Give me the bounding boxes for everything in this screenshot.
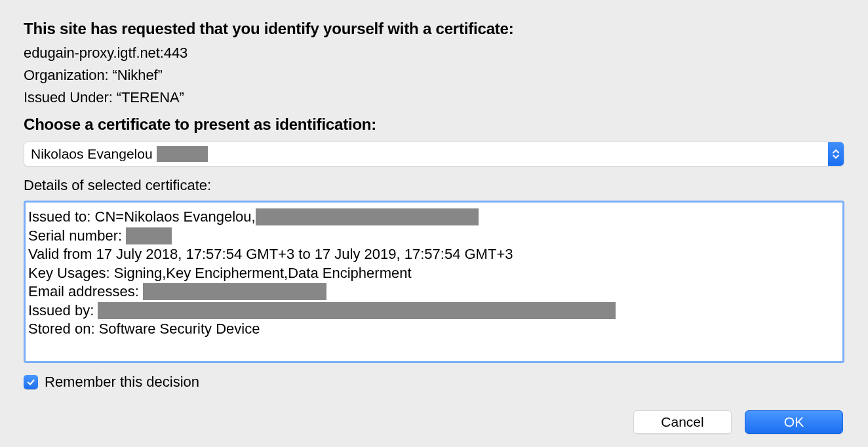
- detail-issued-to: Issued to: CN=Nikolaos Evangelou,: [28, 208, 840, 227]
- choose-certificate-label: Choose a certificate to present as ident…: [24, 115, 844, 134]
- detail-key-usages: Key Usages: Signing,Key Encipherment,Dat…: [28, 264, 840, 283]
- detail-serial: Serial number:: [28, 227, 840, 246]
- dialog-title: This site has requested that you identif…: [24, 20, 844, 38]
- detail-text: Issued to: CN=Nikolaos Evangelou,: [28, 208, 256, 227]
- cancel-button[interactable]: Cancel: [633, 410, 732, 434]
- detail-text: Serial number:: [28, 227, 122, 246]
- detail-text: Stored on: Software Security Device: [28, 320, 260, 339]
- detail-valid: Valid from 17 July 2018, 17:57:54 GMT+3 …: [28, 245, 840, 264]
- redacted-block: [143, 283, 326, 300]
- certificate-identify-dialog: This site has requested that you identif…: [0, 0, 868, 447]
- certificate-select[interactable]: Nikolaos Evangelou: [24, 142, 844, 166]
- redacted-block: [126, 227, 172, 244]
- detail-text: Email addresses:: [28, 282, 139, 301]
- redacted-block: [256, 208, 479, 225]
- remember-decision-label: Remember this decision: [45, 374, 199, 391]
- remember-decision-row: Remember this decision: [24, 374, 844, 391]
- site-host: edugain-proxy.igtf.net:443: [24, 45, 844, 62]
- detail-issued-by: Issued by:: [28, 301, 840, 321]
- detail-text: Key Usages: Signing,Key Encipherment,Dat…: [28, 264, 412, 283]
- dialog-buttons: Cancel OK: [24, 410, 844, 434]
- site-organization: Organization: “Nikhef”: [24, 67, 844, 84]
- ok-button[interactable]: OK: [745, 410, 843, 434]
- detail-email: Email addresses:: [28, 282, 840, 301]
- details-label: Details of selected certificate:: [24, 177, 844, 194]
- issued-under: Issued Under: “TERENA”: [24, 89, 844, 106]
- redacted-block: [98, 302, 616, 319]
- remember-decision-checkbox[interactable]: [24, 375, 38, 389]
- certificate-select-value: Nikolaos Evangelou: [24, 142, 828, 166]
- detail-text: Issued by:: [28, 301, 94, 321]
- certificate-name: Nikolaos Evangelou: [31, 146, 153, 162]
- detail-text: Valid from 17 July 2018, 17:57:54 GMT+3 …: [28, 245, 513, 264]
- updown-arrows-icon: [828, 142, 844, 166]
- certificate-details-box[interactable]: Issued to: CN=Nikolaos Evangelou, Serial…: [24, 201, 844, 363]
- detail-stored-on: Stored on: Software Security Device: [28, 320, 840, 339]
- redacted-block: [157, 146, 208, 162]
